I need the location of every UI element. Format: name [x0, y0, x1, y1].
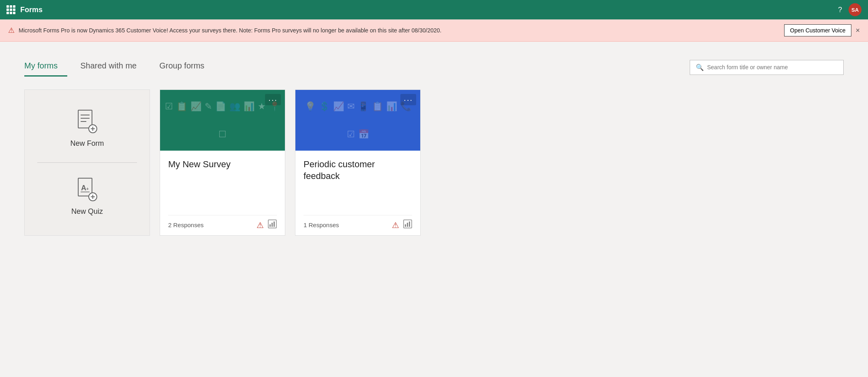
new-quiz-label: New Quiz — [71, 207, 103, 216]
new-form-card[interactable]: New Form A + New Quiz — [24, 89, 150, 236]
cards-grid: New Form A + New Quiz ☑ — [24, 89, 844, 236]
main-content: My forms Shared with me Group forms 🔍 — [0, 42, 868, 252]
svg-text:A: A — [81, 184, 86, 192]
survey-card-1-header: ☑ 📋 📈 ✎ 📄 👥 📊 ★ 📍 ☐ ··· — [160, 90, 285, 151]
survey-card-2-responses: 1 Responses — [304, 222, 339, 228]
survey-card-2-title: Periodic customer feedback — [304, 159, 412, 182]
survey-card-2-header: 💡 💲 📈 ✉ 📱 📋 📊 📞 ☑ 📅 ··· — [295, 90, 420, 151]
open-customer-voice-button[interactable]: Open Customer Voice — [784, 24, 852, 36]
avatar[interactable]: SA — [849, 3, 862, 16]
tab-my-forms[interactable]: My forms — [24, 58, 67, 77]
waffle-icon[interactable] — [6, 5, 15, 14]
survey-card-2[interactable]: 💡 💲 📈 ✉ 📱 📋 📊 📞 ☑ 📅 ··· Periodic custome… — [295, 89, 421, 236]
survey-card-2-body: Periodic customer feedback 1 Responses ⚠ — [295, 151, 420, 235]
search-input[interactable] — [707, 64, 838, 70]
survey-card-1-footer: 2 Responses ⚠ — [168, 215, 277, 230]
search-icon: 🔍 — [696, 64, 704, 71]
new-form-label: New Form — [70, 139, 104, 148]
survey-card-1[interactable]: ☑ 📋 📈 ✎ 📄 👥 📊 ★ 📍 ☐ ··· My New Survey 2 … — [160, 89, 285, 236]
chart-icon-2[interactable] — [403, 219, 412, 230]
new-form-icon — [77, 109, 98, 134]
new-quiz-section[interactable]: A + New Quiz — [25, 163, 150, 235]
survey-card-1-body: My New Survey 2 Responses ⚠ — [160, 151, 285, 235]
notification-banner: ⚠ Microsoft Forms Pro is now Dynamics 36… — [0, 19, 868, 42]
svg-rect-21 — [409, 222, 410, 227]
survey-card-2-footer-icons: ⚠ — [392, 219, 412, 230]
close-banner-button[interactable]: × — [855, 26, 860, 35]
warning-icon-2: ⚠ — [392, 220, 399, 230]
svg-rect-20 — [407, 223, 408, 227]
chart-icon-1[interactable] — [268, 219, 277, 230]
warning-icon-1: ⚠ — [257, 220, 264, 230]
svg-rect-0 — [78, 110, 92, 128]
tab-group: My forms Shared with me Group forms — [24, 58, 227, 77]
survey-card-1-footer-icons: ⚠ — [257, 219, 277, 230]
survey-card-1-responses: 2 Responses — [168, 222, 204, 228]
tabs-row: My forms Shared with me Group forms 🔍 — [24, 58, 844, 77]
banner-content: ⚠ Microsoft Forms Pro is now Dynamics 36… — [8, 26, 441, 35]
new-quiz-icon: A + — [77, 177, 98, 202]
tab-group-forms[interactable]: Group forms — [159, 58, 214, 77]
survey-card-1-title: My New Survey — [168, 159, 277, 170]
help-icon[interactable]: ? — [838, 6, 842, 14]
tab-shared-with-me[interactable]: Shared with me — [80, 58, 146, 77]
svg-rect-17 — [274, 222, 275, 227]
survey-card-2-footer: 1 Responses ⚠ — [304, 215, 412, 230]
svg-text:+: + — [86, 187, 89, 191]
survey-card-2-menu[interactable]: ··· — [400, 94, 416, 105]
nav-left: Forms — [6, 5, 43, 14]
nav-right: ? SA — [838, 3, 862, 16]
svg-rect-15 — [269, 224, 271, 227]
search-box: 🔍 — [690, 60, 844, 75]
banner-message: Microsoft Forms Pro is now Dynamics 365 … — [19, 27, 441, 34]
warning-triangle-icon: ⚠ — [8, 26, 15, 35]
survey-card-1-menu[interactable]: ··· — [265, 94, 281, 105]
banner-actions: Open Customer Voice × — [784, 24, 860, 36]
svg-rect-16 — [272, 223, 273, 227]
svg-rect-19 — [405, 224, 406, 227]
app-title: Forms — [20, 6, 43, 14]
top-navigation: Forms ? SA — [0, 0, 868, 19]
new-form-section[interactable]: New Form — [25, 90, 150, 162]
